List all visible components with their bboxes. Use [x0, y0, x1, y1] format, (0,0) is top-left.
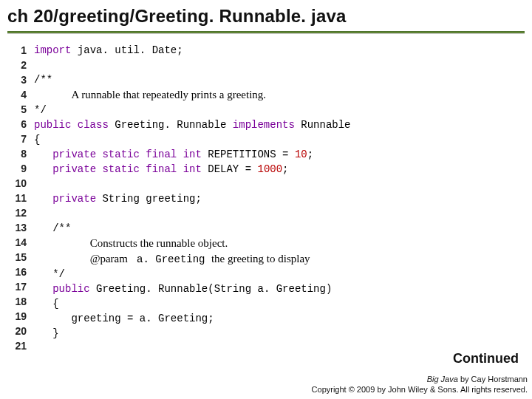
- code-text: ;: [307, 149, 313, 160]
- keyword: implements: [233, 119, 295, 131]
- doc-param: a. Greeting: [131, 253, 211, 265]
- code-text: [34, 327, 52, 339]
- doc-text: Constructs the runnable object.: [90, 237, 228, 249]
- code-text: [34, 298, 52, 310]
- code-text: ;: [282, 163, 288, 175]
- number-literal: 10: [295, 149, 307, 160]
- line-number-gutter: 1 2 3 4 5 6 7 8 9 10 11 12 13 14 15 16 1…: [7, 43, 34, 353]
- doc-text: the greeting to display: [211, 253, 310, 265]
- code-text: Greeting. Runnable: [109, 119, 233, 131]
- page-title: ch 20/greeting/Greeting. Runnable. java: [0, 0, 532, 31]
- code-text: [34, 313, 71, 324]
- keyword: private: [52, 193, 96, 205]
- code-text: Runnable: [295, 119, 351, 131]
- keyword: import: [34, 44, 71, 56]
- code-text: {: [34, 134, 40, 146]
- code-content: import java. util. Date; /** A runnable …: [34, 43, 351, 353]
- code-text: [34, 193, 52, 205]
- code-text: [34, 163, 52, 175]
- code-text: [34, 238, 90, 250]
- code-text: [34, 222, 52, 234]
- keyword: private static final int: [52, 149, 202, 160]
- code-text: java. util. Date;: [71, 44, 183, 56]
- code-text: Greeting. Runnable(String a. Greeting): [90, 283, 332, 295]
- code-text: [34, 149, 52, 160]
- book-title: Big Java: [427, 375, 458, 383]
- code-text: [34, 253, 90, 265]
- doc-text: A runnable that repeatedly prints a gree…: [71, 89, 266, 100]
- continued-label: Continued: [453, 351, 519, 366]
- code-text: [34, 89, 71, 101]
- code-text: [34, 268, 52, 280]
- footer-line-2: Copyright © 2009 by John Wiley & Sons. A…: [312, 384, 528, 395]
- footer: Big Java by Cay Horstmann Copyright © 20…: [312, 374, 528, 395]
- author: by Cay Horstmann: [458, 375, 528, 383]
- keyword: private static final int: [52, 163, 202, 175]
- code-text: greeting = a. Greeting;: [71, 313, 214, 324]
- code-text: {: [52, 298, 58, 310]
- code-text: DELAY =: [202, 163, 258, 175]
- doc-text: @param: [90, 253, 131, 265]
- code-text: [34, 283, 52, 295]
- title-rule: [7, 31, 525, 34]
- code-block: 1 2 3 4 5 6 7 8 9 10 11 12 13 14 15 16 1…: [0, 43, 532, 353]
- keyword: public: [52, 283, 89, 295]
- code-text: }: [52, 327, 58, 339]
- code-text: /**: [52, 222, 71, 234]
- keyword: public class: [34, 119, 109, 131]
- footer-line-1: Big Java by Cay Horstmann: [312, 374, 528, 384]
- code-text: */: [52, 268, 65, 280]
- number-literal: 1000: [257, 163, 282, 175]
- code-text: String greeting;: [96, 193, 202, 205]
- code-text: /**: [34, 74, 52, 86]
- code-text: REPETITIONS =: [202, 149, 295, 160]
- code-text: */: [34, 104, 47, 116]
